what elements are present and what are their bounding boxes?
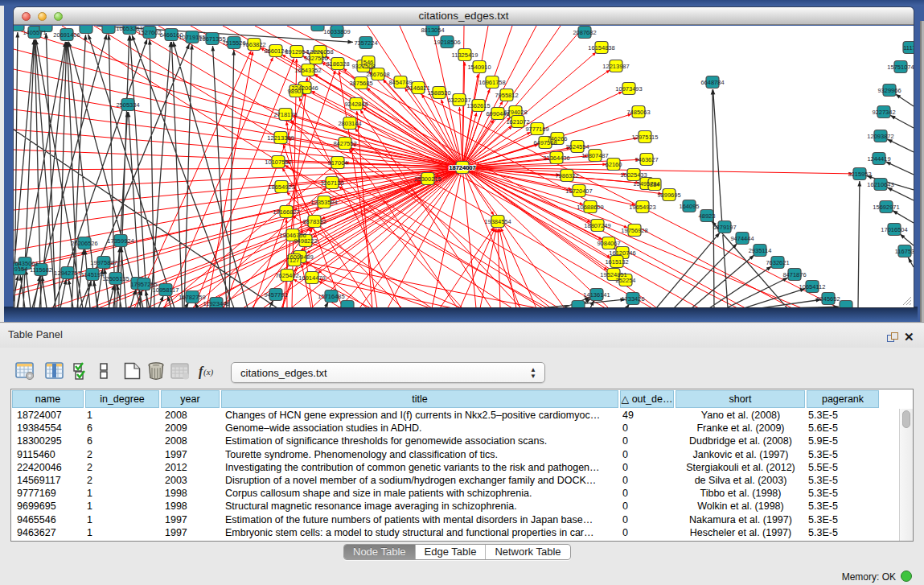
svg-text:9146821: 9146821 [406,84,429,92]
svg-text:21364436: 21364436 [543,154,569,162]
svg-text:8660124: 8660124 [264,47,287,55]
svg-text:8471876: 8471876 [782,271,806,278]
svg-text:10688609: 10688609 [577,204,603,211]
svg-text:16154838: 16154838 [588,44,614,51]
svg-text:16961758: 16961758 [478,79,505,86]
svg-text:8878332: 8878332 [302,218,326,225]
svg-text:16033809: 16033809 [323,28,350,35]
svg-text:62160: 62160 [606,161,622,168]
svg-text:98901: 98901 [288,88,305,95]
svg-text:7632621: 7632621 [766,259,789,266]
svg-text:15716485: 15716485 [318,293,344,300]
svg-text:6648784: 6648784 [700,79,724,86]
svg-text:16543352: 16543352 [294,67,321,74]
svg-text:16210643: 16210643 [867,181,893,188]
svg-text:12213389: 12213389 [267,134,294,142]
svg-text:9242848: 9242848 [344,101,368,108]
svg-text:19218506: 19218506 [433,39,460,46]
svg-text:884: 884 [650,181,660,188]
svg-text:1540910: 1540910 [467,64,491,71]
svg-text:15720407: 15720407 [565,187,592,195]
svg-text:11325419: 11325419 [452,51,478,59]
svg-text:11923448: 11923448 [203,300,230,307]
svg-text:746266: 746266 [547,135,567,142]
svg-text:1733426: 1733426 [621,295,644,303]
svg-text:9457791: 9457791 [264,291,287,299]
svg-text:1621072: 1621072 [506,118,529,126]
svg-text:12093872: 12093872 [867,133,893,140]
svg-text:9227342: 9227342 [872,109,895,116]
svg-text:3875685: 3875685 [349,80,372,87]
svg-text:3624554: 3624554 [565,143,589,150]
svg-text:19166827: 19166827 [273,208,299,216]
svg-text:9084067: 9084067 [597,240,620,247]
svg-text:18724007: 18724007 [449,164,475,171]
svg-text:14136141: 14136141 [583,291,610,299]
svg-text:3267130: 3267130 [320,179,343,187]
svg-text:3215953: 3215953 [848,171,871,178]
svg-text:15751074: 15751074 [887,64,914,71]
svg-text:16914479: 16914479 [298,274,325,282]
svg-text:252254: 252254 [615,277,635,284]
svg-text:10807487: 10807487 [581,152,608,159]
svg-text:7986322: 7986322 [555,172,578,179]
svg-text:2087682: 2087682 [573,29,596,36]
svg-text:9498222: 9498222 [294,237,317,245]
svg-text:9463627: 9463627 [634,156,658,163]
svg-text:16120746: 16120746 [609,249,635,257]
svg-text:18807249: 18807249 [584,222,610,229]
svg-text:20691406: 20691406 [53,31,80,39]
svg-text:26206526: 26206526 [71,240,97,247]
svg-text:164095: 164095 [679,203,699,210]
svg-text:1244419: 1244419 [867,155,890,163]
svg-text:12353594: 12353594 [310,199,337,206]
svg-text:2505334: 2505334 [116,101,139,109]
svg-text:17359924: 17359924 [107,237,133,245]
svg-text:9245652: 9245652 [816,295,840,303]
svg-text:1405571: 1405571 [23,29,46,36]
svg-text:2867608: 2867608 [366,71,389,78]
svg-text:12942757: 12942757 [54,270,80,277]
svg-text:12213987: 12213987 [602,63,629,70]
svg-text:7955812: 7955812 [495,92,518,99]
svg-text:1145194: 1145194 [81,271,105,278]
svg-text:9777169: 9777169 [525,126,548,133]
svg-text:1362615: 1362615 [466,102,490,109]
svg-text:10654112: 10654112 [799,283,826,290]
svg-text:1588520: 1588520 [427,89,450,97]
svg-text:(x): (x) [203,367,214,377]
svg-text:12975115: 12975115 [632,134,659,141]
svg-text:15692971: 15692971 [873,204,899,211]
svg-text:48923: 48923 [699,212,716,220]
svg-text:546: 546 [363,59,374,66]
svg-text:1115682: 1115682 [30,266,52,274]
svg-text:19654923: 19654923 [629,204,655,211]
svg-text:25300215: 25300215 [414,175,441,183]
svg-text:127: 127 [290,257,300,264]
svg-text:10107552: 10107552 [265,159,291,166]
svg-text:1615132: 1615132 [605,258,628,266]
svg-text:8186328: 8186328 [326,60,349,68]
svg-text:917004: 917004 [327,159,347,167]
svg-text:19756928: 19756928 [621,227,647,234]
svg-text:116753: 116753 [895,248,914,255]
svg-text:19384554: 19384554 [484,218,511,225]
svg-text:8813054: 8813054 [421,27,444,34]
svg-text:2803144: 2803144 [338,120,361,127]
svg-text:8427552: 8427552 [333,140,356,147]
svg-text:1117: 1117 [903,44,914,51]
svg-text:19975887: 19975887 [90,259,117,266]
svg-text:18654923: 18654923 [268,183,294,191]
svg-text:9474444: 9474444 [730,235,754,242]
svg-text:2718176: 2718176 [273,111,297,118]
svg-text:10025433: 10025433 [620,171,647,179]
svg-text:6879197: 6879197 [713,224,736,231]
svg-text:10973493: 10973493 [615,85,642,93]
svg-text:9329966: 9329966 [877,87,901,94]
svg-text:6794028: 6794028 [503,109,527,116]
svg-text:7357224: 7357224 [354,39,377,47]
svg-text:7485063: 7485063 [626,109,650,116]
svg-text:10958117: 10958117 [153,286,179,294]
svg-text:2935114: 2935114 [749,247,772,254]
svg-text:16782759: 16782759 [179,294,205,301]
